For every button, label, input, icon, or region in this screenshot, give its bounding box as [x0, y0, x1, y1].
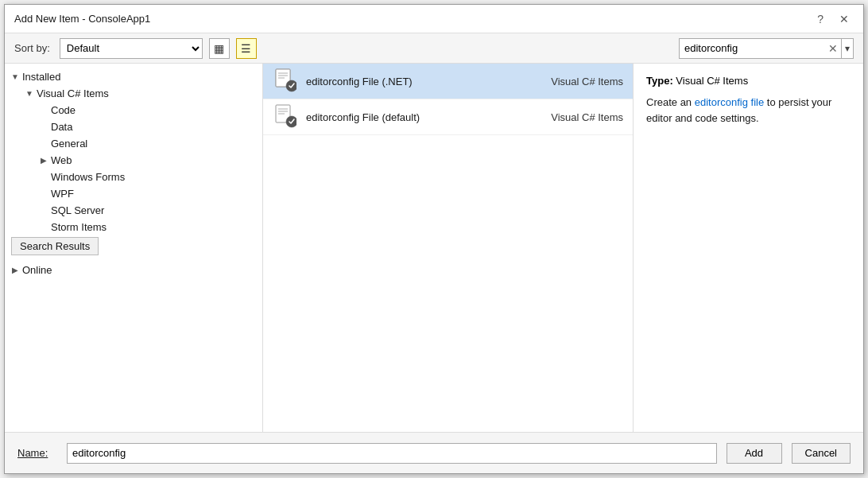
windows-forms-label: Windows Forms: [51, 171, 125, 183]
title-bar-controls: ? ✕: [812, 11, 854, 27]
editorconfig-default-icon: [273, 104, 298, 130]
search-results-button[interactable]: Search Results: [11, 237, 99, 255]
type-label: Type:: [646, 75, 673, 87]
editorconfig-net-name: editorconfig File (.NET): [306, 76, 551, 87]
code-spacer: [38, 105, 49, 116]
sql-server-label: SQL Server: [51, 204, 104, 216]
sidebar-item-web[interactable]: ▶ Web: [5, 152, 262, 169]
sql-spacer: [38, 205, 49, 216]
close-button[interactable]: ✕: [835, 11, 854, 27]
svg-point-10: [286, 116, 296, 127]
sort-label: Sort by:: [14, 42, 50, 54]
editorconfig-default-category: Visual C# Items: [551, 111, 623, 123]
editorconfig-default-name: editorconfig File (default): [306, 111, 551, 123]
svg-point-5: [286, 80, 296, 91]
sort-select[interactable]: Default: [60, 38, 203, 59]
desc-link[interactable]: editorconfig file: [695, 96, 764, 108]
help-button[interactable]: ?: [812, 11, 828, 27]
name-input[interactable]: [67, 443, 717, 464]
info-panel: Type: Visual C# Items Create an editorco…: [633, 64, 863, 432]
wf-spacer: [38, 172, 49, 183]
wpf-label: WPF: [51, 188, 74, 200]
sidebar-item-sql-server[interactable]: SQL Server: [5, 202, 262, 219]
name-label: Name:: [17, 447, 57, 459]
info-type: Type: Visual C# Items: [646, 75, 851, 87]
web-arrow: ▶: [38, 155, 49, 166]
general-label: General: [51, 138, 87, 150]
dialog: Add New Item - ConsoleApp1 ? ✕ Sort by: …: [4, 4, 864, 474]
online-arrow: ▶: [10, 265, 21, 276]
sidebar-item-online[interactable]: ▶ Online: [5, 262, 262, 278]
visual-csharp-arrow: ▼: [24, 88, 35, 99]
content-area: editorconfig File (.NET) Visual C# Items…: [263, 64, 633, 432]
search-dropdown-button[interactable]: ▾: [841, 39, 853, 58]
visual-csharp-label: Visual C# Items: [37, 87, 109, 99]
title-bar: Add New Item - ConsoleApp1 ? ✕: [5, 5, 863, 33]
desc-part1: Create an: [646, 96, 695, 108]
online-label: Online: [22, 264, 52, 276]
toolbar: Sort by: Default ▦ ☰ ✕ ▾: [5, 33, 863, 64]
installed-arrow: ▼: [10, 72, 21, 83]
sidebar: ▼ Installed ▼ Visual C# Items Code Data …: [5, 64, 263, 432]
wpf-spacer: [38, 188, 49, 200]
dialog-title: Add New Item - ConsoleApp1: [14, 13, 150, 25]
search-input[interactable]: [680, 39, 825, 58]
list-view-button[interactable]: ☰: [236, 38, 257, 59]
editorconfig-net-category: Visual C# Items: [551, 76, 623, 87]
general-spacer: [38, 138, 49, 150]
web-label: Web: [51, 154, 72, 166]
sidebar-item-code[interactable]: Code: [5, 102, 262, 119]
item-row-editorconfig-default[interactable]: editorconfig File (default) Visual C# It…: [263, 99, 633, 135]
sidebar-item-data[interactable]: Data: [5, 119, 262, 135]
storm-spacer: [38, 222, 49, 233]
grid-view-button[interactable]: ▦: [209, 38, 230, 59]
sidebar-item-windows-forms[interactable]: Windows Forms: [5, 169, 262, 185]
code-label: Code: [51, 104, 76, 116]
data-label: Data: [51, 121, 72, 133]
storm-items-label: Storm Items: [51, 221, 107, 233]
bottom-bar: Name: Add Cancel: [5, 432, 863, 473]
info-description: Create an editorconfig file to persist y…: [646, 95, 851, 126]
add-button[interactable]: Add: [727, 443, 782, 464]
type-value: Visual C# Items: [676, 75, 748, 87]
data-spacer: [38, 122, 49, 133]
cancel-button[interactable]: Cancel: [792, 443, 851, 464]
sidebar-item-installed[interactable]: ▼ Installed: [5, 68, 262, 85]
sidebar-item-visual-csharp[interactable]: ▼ Visual C# Items: [5, 85, 262, 102]
sidebar-item-storm-items[interactable]: Storm Items: [5, 219, 262, 235]
search-box: ✕ ▾: [679, 38, 854, 59]
main-content: ▼ Installed ▼ Visual C# Items Code Data …: [5, 64, 863, 432]
item-row-editorconfig-net[interactable]: editorconfig File (.NET) Visual C# Items: [263, 64, 633, 99]
search-clear-button[interactable]: ✕: [825, 42, 841, 55]
sidebar-item-general[interactable]: General: [5, 135, 262, 152]
editorconfig-net-icon: [273, 68, 298, 94]
sidebar-item-wpf[interactable]: WPF: [5, 185, 262, 202]
installed-label: Installed: [22, 71, 60, 83]
